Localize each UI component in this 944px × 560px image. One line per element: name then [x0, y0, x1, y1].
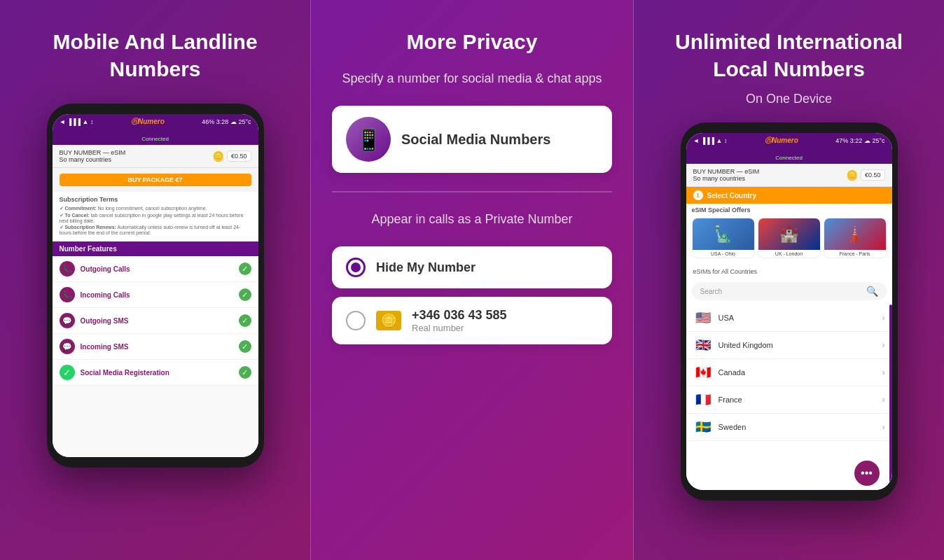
more-button[interactable]: •••	[854, 461, 880, 486]
chevron-usa: ›	[882, 313, 885, 323]
country-item-usa[interactable]: 🇺🇸 USA ›	[686, 304, 892, 332]
flag-sweden: 🇸🇪	[693, 419, 713, 435]
country-item-france[interactable]: 🇫🇷 France ›	[686, 386, 892, 414]
buy-number-text: BUY NUMBER — eSIM	[60, 149, 126, 156]
chevron-uk: ›	[882, 340, 885, 350]
feature-list: 📞 Outgoing Calls ✓ 📞 Incoming Calls ✓ 💬 …	[53, 256, 258, 386]
outgoing-calls-check: ✓	[239, 262, 251, 275]
chevron-canada: ›	[882, 368, 885, 377]
buy-price: €0.50	[227, 150, 251, 162]
country-item-canada[interactable]: 🇨🇦 Canada ›	[686, 359, 892, 386]
real-number-info: +346 036 43 585 Real number	[412, 308, 507, 333]
flag-canada: 🇨🇦	[693, 365, 713, 380]
feature-incoming-sms: 💬 Incoming SMS ✓	[53, 334, 258, 360]
social-media-check: ✓	[239, 366, 251, 379]
number-features-title: Number Features	[60, 245, 251, 253]
connected-text: Connected	[141, 136, 169, 142]
incoming-sms-icon: 💬	[60, 339, 75, 354]
terms-title: Subscription Terms	[60, 196, 251, 203]
middle-title: More Privacy	[407, 28, 538, 55]
social-media-card-label: Social Media Numbers	[401, 132, 550, 148]
sim-card-icon: 🪙	[376, 311, 401, 330]
middle-divider	[332, 191, 612, 192]
esim-offers-title: eSIM Special Offers	[692, 206, 887, 214]
left-title: Mobile And Landline Numbers	[21, 28, 289, 83]
buy-price-area-right: 🪙 €0.50	[846, 169, 885, 181]
phone-mockup-left: ◄ ▐▐▐ ▲ ↕ ⓝNumero 46% 3:28 ☁ 25°c Connec…	[47, 104, 264, 468]
incoming-calls-check: ✓	[239, 288, 251, 301]
status-bar-left-text: ◄ ▐▐▐ ▲ ↕	[60, 118, 94, 125]
country-item-uk[interactable]: 🇬🇧 United Kingdom ›	[686, 332, 892, 359]
number-features-header: Number Features	[53, 241, 258, 256]
connected-bar-right: Connected	[686, 148, 892, 164]
phone-mockup-right: ◄ ▐▐▐ ▲ ↕ ⓝNumero 47% 3:22 ☁ 25°c Connec…	[681, 122, 898, 500]
feature-incoming-calls: 📞 Incoming Calls ✓	[53, 282, 258, 308]
buy-number-text-right: BUY NUMBER — eSIM	[693, 168, 760, 175]
buy-banner-info-right: BUY NUMBER — eSIM So many countries	[693, 168, 760, 182]
outgoing-calls-label: Outgoing Calls	[81, 265, 239, 273]
flag-usa: 🇺🇸	[693, 310, 713, 326]
social-media-label: Social Media Registeration	[81, 369, 239, 377]
feature-social-media: ✓ Social Media Registeration ✓	[53, 360, 258, 386]
buy-package-button[interactable]: BUY PACKAGE €7	[60, 174, 251, 186]
social-media-card-icon: 📱	[346, 117, 391, 162]
buy-price-right: €0.50	[861, 169, 885, 181]
radio-unselected[interactable]	[346, 311, 366, 330]
outgoing-calls-icon: 📞	[60, 261, 75, 276]
status-bar-left: ◄ ▐▐▐ ▲ ↕ ⓝNumero 46% 3:28 ☁ 25°c	[53, 114, 258, 130]
incoming-calls-icon: 📞	[60, 287, 75, 302]
buy-banner-right: BUY NUMBER — eSIM So many countries 🪙 €0…	[686, 164, 892, 187]
coin-icon-right: 🪙	[846, 169, 858, 181]
status-bar-right-text: 46% 3:28 ☁ 25°c	[202, 118, 251, 125]
social-media-card[interactable]: 📱 Social Media Numbers	[332, 106, 612, 173]
country-name-uk: United Kingdom	[719, 341, 877, 349]
search-placeholder: Search	[700, 288, 861, 295]
esim-card-uk[interactable]: 🏰 UK - London	[758, 218, 821, 258]
esim-card-usa-img: 🗽	[693, 218, 754, 250]
outgoing-sms-icon: 💬	[60, 313, 75, 328]
country-item-sweden[interactable]: 🇸🇪 Sweden ›	[686, 414, 892, 441]
buy-btn-wrapper[interactable]: BUY PACKAGE €7	[53, 168, 258, 192]
esim-card-uk-img: 🏰	[758, 218, 820, 250]
esim-offers-section: eSIM Special Offers 🗽 USA - Ohio 🏰 UK - …	[686, 204, 892, 265]
right-title: Unlimited International Local Numbers	[655, 28, 923, 83]
esim-card-uk-label: UK - London	[758, 250, 820, 258]
esim-card-france-img: 🗼	[824, 218, 886, 250]
incoming-sms-check: ✓	[239, 340, 251, 353]
terms-item-2: ✓ To Cancel: tab cancel subscription in …	[60, 213, 251, 223]
buy-banner-left: BUY NUMBER — eSIM So many countries 🪙 €0…	[53, 145, 258, 168]
buy-subtitle-right: So many countries	[693, 175, 760, 182]
esims-all-countries-label: eSIMs for All Countries	[686, 265, 892, 278]
search-icon[interactable]: 🔍	[866, 286, 878, 297]
country-name-usa: USA	[719, 314, 877, 322]
status-bar-right-right: 47% 3:22 ☁ 25°c	[835, 137, 884, 144]
terms-item-3: ✓ Subscription Renews: Automatically unl…	[60, 225, 251, 235]
select-country-bar[interactable]: 1 Select Country	[686, 187, 892, 204]
country-list: 🇺🇸 USA › 🇬🇧 United Kingdom › 🇨🇦 Canada ›	[686, 304, 892, 490]
esim-cards-row: 🗽 USA - Ohio 🏰 UK - London 🗼 France - Pa…	[692, 218, 887, 258]
incoming-sms-label: Incoming SMS	[81, 343, 239, 351]
real-number-value: +346 036 43 585	[412, 308, 507, 323]
esim-card-usa[interactable]: 🗽 USA - Ohio	[692, 218, 755, 258]
select-country-num: 1	[693, 190, 703, 200]
logo-left: ⓝNumero	[131, 117, 165, 127]
status-bar-right: ◄ ▐▐▐ ▲ ↕ ⓝNumero 47% 3:22 ☁ 25°c	[686, 133, 892, 148]
right-subtitle: On One Device	[746, 90, 832, 108]
buy-banner-info: BUY NUMBER — eSIM So many countries	[60, 149, 126, 163]
search-bar[interactable]: Search 🔍	[692, 282, 887, 300]
real-number-card[interactable]: 🪙 +346 036 43 585 Real number	[332, 297, 612, 344]
radio-inner-dot	[351, 262, 361, 272]
radio-selected[interactable]	[346, 258, 366, 277]
outgoing-sms-check: ✓	[239, 314, 251, 327]
hide-my-number-card[interactable]: Hide My Number	[332, 246, 612, 288]
middle-subtitle2: Appear in calls as a Private Number	[371, 210, 572, 229]
social-media-icon: ✓	[60, 365, 75, 380]
esim-card-france[interactable]: 🗼 France - Paris	[824, 218, 887, 258]
buy-subtitle: So many countries	[60, 156, 126, 163]
hide-my-number-label: Hide My Number	[376, 260, 476, 275]
status-bar-right-left: ◄ ▐▐▐ ▲ ↕	[693, 137, 728, 144]
coin-icon: 🪙	[212, 150, 224, 162]
connected-text-right: Connected	[775, 155, 803, 161]
esim-card-france-label: France - Paris	[824, 250, 886, 258]
flag-uk: 🇬🇧	[693, 337, 713, 353]
